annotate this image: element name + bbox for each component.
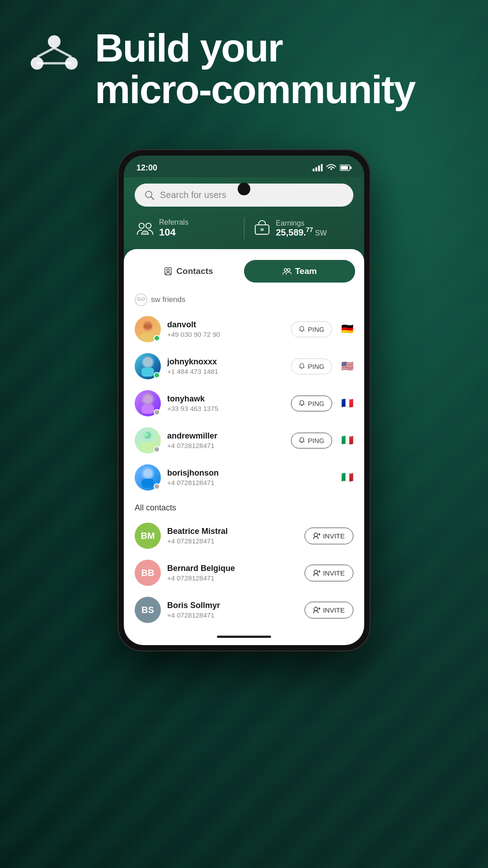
svg-point-40 <box>144 433 148 436</box>
contact-username: danvolt <box>167 320 285 330</box>
contact-info: Bernard Belgique +4 0728128471 <box>167 564 298 582</box>
team-contact-list: danvolt +49 030 90 72 90 PING 🇩🇪 <box>124 311 364 496</box>
contact-username: andrewmiller <box>167 431 285 441</box>
invite-button[interactable]: INVITE <box>305 602 353 618</box>
tab-team[interactable]: Team <box>244 260 355 283</box>
svg-rect-8 <box>318 165 320 171</box>
svg-point-21 <box>284 269 287 271</box>
contact-phone: +1 484 473 1481 <box>167 368 285 375</box>
contact-info: andrewmiller +4 0728128471 <box>167 431 285 449</box>
tab-contacts[interactable]: Contacts <box>133 260 244 283</box>
battery-icon <box>340 165 352 171</box>
contact-phone: +4 0728128471 <box>167 574 298 582</box>
ping-button[interactable]: PING <box>291 359 332 374</box>
contact-phone: +4 0728128471 <box>167 479 335 486</box>
contact-info: danvolt +49 030 90 72 90 <box>167 320 285 338</box>
invite-button[interactable]: INVITE <box>305 565 353 581</box>
offline-indicator <box>154 409 160 415</box>
bell-icon <box>299 437 305 443</box>
status-time: 12:00 <box>136 163 157 173</box>
contact-username: johnyknoxxx <box>167 357 285 367</box>
contact-item: BB Bernard Belgique +4 0728128471 INVITE <box>124 554 364 591</box>
header-line1: Build your <box>95 27 415 69</box>
referrals-label: Referrals <box>159 218 188 226</box>
ping-button[interactable]: PING <box>291 396 332 411</box>
contact-username: tonyhawk <box>167 394 285 404</box>
camera-notch <box>238 183 250 195</box>
svg-rect-11 <box>341 166 348 170</box>
all-contacts-list: BM Beatrice Mistral +4 0728128471 INVITE <box>124 517 364 628</box>
header-line2: micro-community <box>95 69 415 110</box>
contact-item: borisjhonson +4 0728128471 🇮🇹 <box>124 459 364 496</box>
country-flag: 🇮🇹 <box>341 434 353 446</box>
country-flag: 🇮🇹 <box>341 472 353 483</box>
contact-item: BS Boris Sollmyr +4 0728128471 INVITE <box>124 591 364 628</box>
contact-info: Boris Sollmyr +4 0728128471 <box>167 601 298 619</box>
online-indicator <box>154 335 160 341</box>
svg-line-4 <box>54 48 71 57</box>
contact-item: tonyhawk +33 93 463 1375 PING 🇫🇷 <box>124 385 364 422</box>
phone-content: Contacts Team sw friends <box>124 249 364 645</box>
svg-rect-12 <box>350 166 352 169</box>
invite-button[interactable]: INVITE <box>305 528 353 544</box>
bell-icon <box>299 326 305 332</box>
svg-point-22 <box>287 269 290 271</box>
avatar-wrapper <box>135 390 161 416</box>
svg-rect-42 <box>141 479 154 488</box>
svg-point-23 <box>135 294 147 306</box>
search-icon <box>145 190 155 200</box>
svg-point-20 <box>167 269 169 272</box>
contact-phone: +4 0728128471 <box>167 442 285 449</box>
svg-point-50 <box>314 607 318 611</box>
contact-phone: +49 030 90 72 90 <box>167 330 285 338</box>
svg-point-16 <box>146 223 151 228</box>
svg-rect-35 <box>141 405 154 414</box>
contact-item: johnyknoxxx +1 484 473 1481 PING 🇺🇸 <box>124 348 364 385</box>
team-tab-icon <box>282 267 291 276</box>
stats-divider <box>244 217 244 239</box>
offline-indicator <box>154 483 160 490</box>
search-placeholder: Search for users <box>160 190 226 200</box>
svg-rect-38 <box>141 442 154 451</box>
avatar-wrapper <box>135 427 161 453</box>
header-area: Build your micro-community <box>27 27 461 111</box>
contact-name: Beatrice Mistral <box>167 527 298 536</box>
stats-row: Referrals 104 Earnings <box>135 217 353 239</box>
ping-button[interactable]: PING <box>291 433 332 448</box>
sw-logo-icon <box>135 293 147 306</box>
scroll-indicator <box>124 628 364 645</box>
svg-line-14 <box>151 197 154 199</box>
contact-name: Boris Sollmyr <box>167 601 298 610</box>
svg-point-15 <box>139 223 144 228</box>
contact-info: johnyknoxxx +1 484 473 1481 <box>167 357 285 375</box>
all-contacts-section-label: All contacts <box>124 496 364 517</box>
svg-point-33 <box>143 357 153 367</box>
sw-friends-section: sw friends <box>124 293 364 306</box>
svg-rect-30 <box>144 324 152 329</box>
contact-item: BM Beatrice Mistral +4 0728128471 INVITE <box>124 517 364 554</box>
country-flag: 🇫🇷 <box>341 397 353 409</box>
avatar-wrapper <box>135 353 161 379</box>
sw-friends-label: sw friends <box>151 295 186 304</box>
bell-icon <box>299 400 305 406</box>
earnings-value: 25,589.77 SW <box>276 227 327 238</box>
avatar-wrapper <box>135 464 161 491</box>
phone-frame: 12:00 Search for users <box>117 149 371 651</box>
svg-rect-6 <box>313 169 314 171</box>
user-plus-icon <box>313 569 320 576</box>
contact-item: danvolt +49 030 90 72 90 PING 🇩🇪 <box>124 311 364 348</box>
referrals-icon <box>136 220 154 237</box>
contact-username: borisjhonson <box>167 468 335 478</box>
earnings-icon <box>253 220 271 237</box>
signal-icon <box>313 164 323 171</box>
svg-point-25 <box>142 297 145 300</box>
tabs-row: Contacts Team <box>124 260 364 283</box>
contact-info: Beatrice Mistral +4 0728128471 <box>167 527 298 545</box>
ping-button[interactable]: PING <box>291 321 332 337</box>
svg-point-44 <box>314 533 318 537</box>
country-flag: 🇺🇸 <box>341 360 353 372</box>
avatar-wrapper <box>135 316 161 342</box>
offline-indicator <box>154 446 160 453</box>
avatar: BM <box>135 523 161 549</box>
svg-point-0 <box>48 35 61 48</box>
